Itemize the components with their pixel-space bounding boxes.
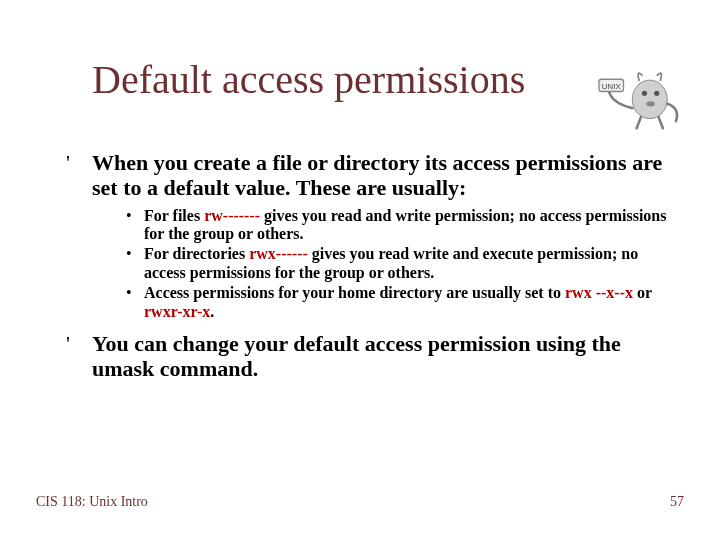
footer-page-number: 57 xyxy=(670,494,684,510)
bullet-item: ' When you create a file or directory it… xyxy=(66,150,680,201)
sub-bullet-text: For directories rwx------ gives you read… xyxy=(144,245,680,282)
svg-point-2 xyxy=(654,91,659,96)
svg-point-3 xyxy=(646,101,655,106)
svg-point-0 xyxy=(632,80,667,119)
sub-bullet-item: • For directories rwx------ gives you re… xyxy=(126,245,680,282)
sub-bullet-marker: • xyxy=(126,284,144,321)
svg-text:UNIX: UNIX xyxy=(602,82,622,91)
bullet-marker: ' xyxy=(66,331,92,382)
slide: Default access permissions UNIX ' When y… xyxy=(0,0,720,540)
svg-point-1 xyxy=(642,91,647,96)
permission-string: rwx------ xyxy=(249,245,308,262)
sub-bullet-text: Access permissions for your home directo… xyxy=(144,284,680,321)
bullet-marker: ' xyxy=(66,150,92,201)
permission-string: rwxr-xr-x xyxy=(144,303,210,320)
sub-bullet-marker: • xyxy=(126,245,144,282)
sub-bullet-marker: • xyxy=(126,207,144,244)
sub-bullet-item: • Access permissions for your home direc… xyxy=(126,284,680,321)
bullet-text: When you create a file or directory its … xyxy=(92,150,680,201)
sub-bullet-list: • For files rw------- gives you read and… xyxy=(126,207,680,321)
sub-bullet-text: For files rw------- gives you read and w… xyxy=(144,207,680,244)
bullet-item: ' You can change your default access per… xyxy=(66,331,680,382)
slide-title: Default access permissions xyxy=(92,56,525,103)
sub-bullet-item: • For files rw------- gives you read and… xyxy=(126,207,680,244)
slide-body: ' When you create a file or directory it… xyxy=(66,150,680,386)
bsd-daemon-icon: UNIX xyxy=(596,60,686,130)
permission-string: rwx --x--x xyxy=(565,284,633,301)
bullet-text: You can change your default access permi… xyxy=(92,331,680,382)
footer-course: CIS 118: Unix Intro xyxy=(36,494,148,510)
permission-string: rw------- xyxy=(204,207,260,224)
